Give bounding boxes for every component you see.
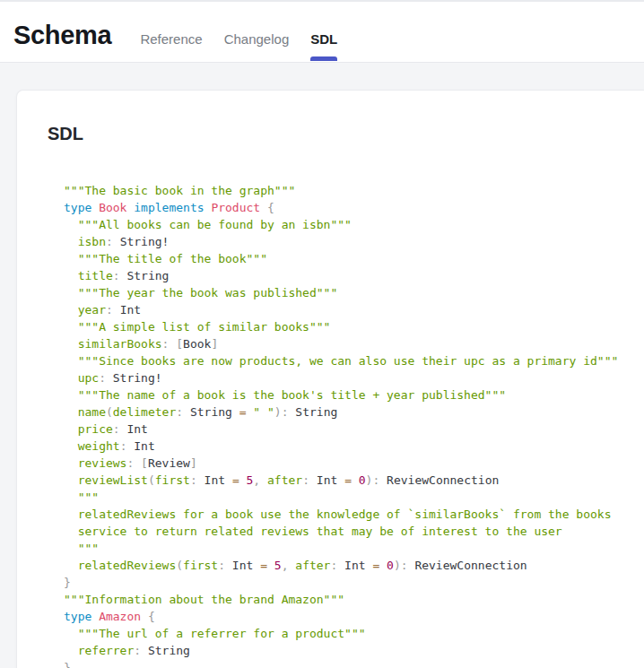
code-line: service to return related reviews that m…	[64, 523, 633, 540]
code-line: similarBooks: [Book]	[64, 335, 633, 352]
code-line: name(delimeter: String = " "): String	[64, 403, 633, 421]
code-line: type Amazon {	[64, 608, 633, 625]
code-line: """The name of a book is the book's titl…	[64, 386, 633, 403]
code-line: """	[64, 489, 633, 506]
active-tab-underline	[310, 56, 337, 61]
code-line: reviewList(first: Int = 5, after: Int = …	[64, 472, 633, 489]
tab-reference[interactable]: Reference	[140, 31, 202, 48]
content-area: SDL """The basic book in the graph"""typ…	[0, 63, 644, 668]
page-title: Schema	[13, 22, 111, 50]
code-line: """Information about the brand Amazon"""	[64, 591, 633, 608]
code-line: """	[64, 540, 633, 557]
code-line: relatedReviews for a book use the knowle…	[64, 506, 633, 523]
code-line: title: String	[64, 267, 633, 284]
code-line: """The title of the book"""	[64, 250, 633, 267]
code-line: """The year the book was published"""	[64, 284, 633, 301]
tab-bar: Reference Changelog SDL	[140, 31, 337, 48]
code-line: """The basic book in the graph"""	[64, 182, 633, 199]
code-line: }	[64, 659, 633, 668]
code-line: }	[64, 574, 633, 591]
schema-page-header: Schema Reference Changelog SDL	[0, 2, 644, 63]
tab-changelog[interactable]: Changelog	[224, 31, 290, 48]
tab-sdl-label: SDL	[310, 31, 337, 47]
code-line: reviews: [Review]	[64, 455, 633, 472]
code-line: relatedReviews(first: Int = 5, after: In…	[64, 557, 633, 574]
code-line: referrer: String	[64, 642, 633, 659]
code-line: """A simple list of similar books"""	[64, 318, 633, 335]
code-line: """All books can be found by an isbn"""	[64, 216, 633, 233]
code-line: year: Int	[64, 301, 633, 318]
sdl-card-heading: SDL	[48, 123, 633, 144]
code-line: upc: String!	[64, 369, 633, 386]
code-line: """The url of a referrer for a product""…	[64, 625, 633, 642]
code-line: weight: Int	[64, 438, 633, 455]
code-line: isbn: String!	[64, 233, 633, 250]
code-line: price: Int	[64, 421, 633, 438]
code-line: """Since books are now products, we can …	[64, 352, 633, 369]
code-line: type Book implements Product {	[64, 199, 633, 216]
sdl-code-block: """The basic book in the graph"""type Bo…	[64, 182, 633, 668]
sdl-card: SDL """The basic book in the graph"""typ…	[16, 90, 644, 668]
tab-sdl[interactable]: SDL	[310, 31, 337, 48]
